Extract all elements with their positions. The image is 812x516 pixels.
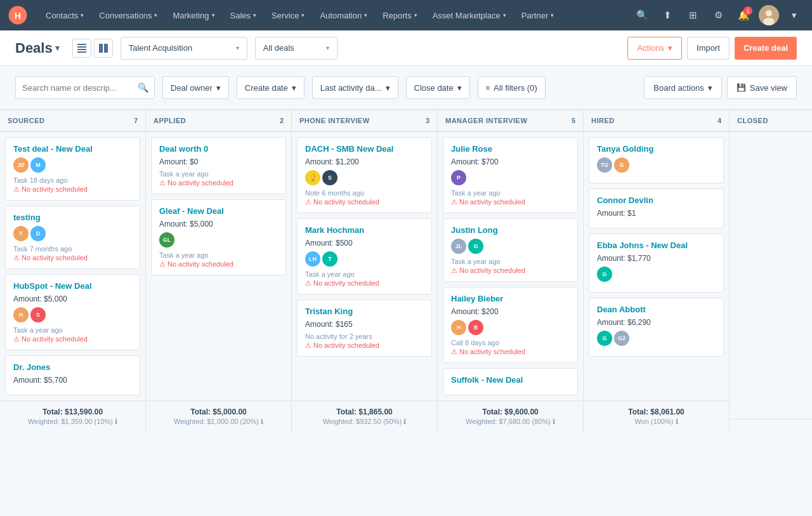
all-filters-button[interactable]: ≡ All filters (0) (478, 76, 546, 99)
board-view-button[interactable] (94, 39, 113, 58)
sidebar-item-partner[interactable]: Partner ▾ (514, 0, 562, 30)
info-icon[interactable]: ℹ (115, 418, 117, 425)
create-deal-button[interactable]: Create deal (735, 37, 797, 60)
marketplace-icon[interactable]: ⊞ (683, 5, 703, 25)
card-title[interactable]: testing (13, 213, 132, 223)
actions-button[interactable]: Actions ▾ (627, 37, 682, 60)
import-button[interactable]: Import (687, 37, 730, 60)
search-input[interactable] (15, 76, 155, 99)
table-row[interactable]: Test deal - New DealJDMTask 18 days ago⚠… (5, 137, 140, 201)
filter-caret-icon: ▾ (457, 83, 462, 93)
sidebar-item-asset-marketplace[interactable]: Asset Marketplace ▾ (425, 0, 514, 30)
card-title[interactable]: HubSpot - New Deal (13, 281, 132, 292)
card-avatars: GL (159, 232, 278, 248)
card-title[interactable]: Justin Long (451, 225, 570, 236)
table-row[interactable]: DACH - SMB New DealAmount: $1,200🏆SNote … (297, 137, 432, 213)
avatar: G (468, 239, 483, 254)
table-row[interactable]: Tanya GoldingTGG (589, 137, 724, 183)
actions-caret-icon: ▾ (668, 43, 672, 53)
svg-rect-7 (77, 49, 86, 50)
card-warning: ⚠ No activity scheduled (159, 179, 278, 187)
table-row[interactable]: Tristan KingAmount: $165No activity for … (297, 300, 432, 357)
info-icon[interactable]: ℹ (553, 418, 555, 425)
save-view-button[interactable]: 💾 Save view (727, 76, 797, 99)
card-amount: Amount: $1,770 (597, 254, 716, 263)
table-row[interactable]: Dean AbbottAmount: $6,290GG2 (589, 298, 724, 357)
card-title[interactable]: Julie Rose (451, 144, 570, 155)
card-title[interactable]: Connor Devlin (597, 195, 716, 206)
chevron-down-icon: ▾ (212, 12, 215, 18)
card-warning: ⚠ No activity scheduled (451, 348, 570, 356)
card-title[interactable]: Tristan King (305, 307, 424, 317)
last-activity-filter[interactable]: Last activity da... ▾ (312, 76, 398, 99)
column-header-applied: APPLIED 2 (146, 110, 291, 132)
table-row[interactable]: Gleaf - New DealAmount: $5,000GLTask a y… (151, 199, 286, 275)
card-title[interactable]: Dr. Jones (13, 362, 132, 373)
card-title[interactable]: Suffolk - New Deal (451, 375, 570, 386)
column-footer-applied: Total: $5,000.00 Weighted: $1,000.00 (20… (146, 400, 291, 432)
column-cards-applied: Deal worth 0Amount: $0Task a year ago⚠ N… (146, 132, 291, 400)
table-row[interactable]: Ebba Johns - New DealAmount: $1,770G (589, 234, 724, 293)
board-actions-button[interactable]: Board actions ▾ (644, 76, 722, 99)
table-row[interactable]: Dr. JonesAmount: $5,700 (5, 355, 140, 395)
avatar: G2 (614, 331, 629, 346)
table-row[interactable]: Justin LongJLGTask a year ago⚠ No activi… (443, 218, 578, 282)
column-header-closed: CLOSED 0 (730, 110, 812, 132)
column-header-hired: HIRED 4 (584, 110, 729, 132)
sidebar-item-sales[interactable]: Sales ▾ (223, 0, 265, 30)
upgrade-icon[interactable]: ⬆ (657, 5, 678, 25)
deals-filter-selector[interactable]: All deals ▾ (255, 37, 337, 60)
notifications-icon[interactable]: 🔔 1 (733, 5, 754, 25)
column-header-phone-interview: PHONE INTERVIEW 3 (292, 110, 437, 132)
table-row[interactable]: testingTDTask 7 months ago⚠ No activity … (5, 206, 140, 269)
sidebar-item-automation[interactable]: Automation ▾ (312, 0, 375, 30)
table-row[interactable]: Suffolk - New Deal (443, 368, 578, 395)
card-title[interactable]: Tanya Golding (597, 144, 716, 155)
search-icon[interactable]: 🔍 (632, 5, 652, 25)
card-title[interactable]: Test deal - New Deal (13, 144, 132, 155)
sidebar-item-reports[interactable]: Reports ▾ (375, 0, 425, 30)
info-icon[interactable]: ℹ (676, 418, 678, 425)
list-view-button[interactable] (72, 39, 91, 58)
card-title[interactable]: DACH - SMB New Deal (305, 144, 424, 155)
table-row[interactable]: HubSpot - New DealAmount: $5,000HSTask a… (5, 274, 140, 350)
card-meta: Task a year ago (13, 326, 132, 334)
info-icon[interactable]: ℹ (403, 418, 406, 425)
sidebar-item-service[interactable]: Service ▾ (264, 0, 312, 30)
avatar: JL (451, 239, 466, 254)
table-row[interactable]: Mark HochmanAmount: $500LHTTask a year a… (297, 218, 432, 294)
view-toggle (72, 39, 113, 58)
card-title[interactable]: Mark Hochman (305, 225, 424, 236)
card-title[interactable]: Ebba Johns - New Deal (597, 241, 716, 251)
pipeline-selector[interactable]: Talent Acquisition ▾ (121, 37, 247, 60)
card-amount: Amount: $0 (159, 157, 278, 166)
column-weighted: Weighted: $1,000.00 (20%) ℹ (154, 418, 284, 426)
deal-owner-filter[interactable]: Deal owner ▾ (162, 76, 229, 99)
user-menu-caret[interactable]: ▾ (784, 5, 804, 25)
avatar: LH (305, 251, 320, 267)
deals-dropdown-caret[interactable]: ▾ (55, 43, 60, 53)
create-date-filter[interactable]: Create date ▾ (237, 76, 304, 99)
hubspot-logo[interactable]: H (8, 5, 28, 25)
user-avatar[interactable] (759, 5, 779, 25)
sidebar-item-contacts[interactable]: Contacts ▾ (38, 0, 91, 30)
sidebar-item-conversations[interactable]: Conversations ▾ (91, 0, 165, 30)
table-row[interactable]: Julie RoseAmount: $700PTask a year ago⚠ … (443, 137, 578, 213)
close-date-filter[interactable]: Close date ▾ (406, 76, 470, 99)
card-title[interactable]: Gleaf - New Deal (159, 206, 278, 217)
column-applied: APPLIED 2 Deal worth 0Amount: $0Task a y… (146, 110, 292, 432)
table-row[interactable]: Connor DevlinAmount: $1 (589, 189, 724, 228)
sidebar-item-marketing[interactable]: Marketing ▾ (165, 0, 222, 30)
card-amount: Amount: $1,200 (305, 157, 424, 166)
card-warning: ⚠ No activity scheduled (13, 185, 132, 194)
topnav-right: 🔍 ⬆ ⊞ ⚙ 🔔 1 ▾ (632, 5, 804, 25)
info-icon[interactable]: ℹ (261, 418, 263, 425)
card-title[interactable]: Hailey Bieber (451, 294, 570, 305)
table-row[interactable]: Hailey BieberAmount: $200HBCall 8 days a… (443, 287, 578, 363)
card-title[interactable]: Dean Abbott (597, 305, 716, 315)
column-count: 5 (572, 117, 575, 124)
card-warning: ⚠ No activity scheduled (305, 279, 424, 288)
card-title[interactable]: Deal worth 0 (159, 144, 278, 155)
table-row[interactable]: Deal worth 0Amount: $0Task a year ago⚠ N… (151, 137, 286, 194)
settings-icon[interactable]: ⚙ (708, 5, 728, 25)
